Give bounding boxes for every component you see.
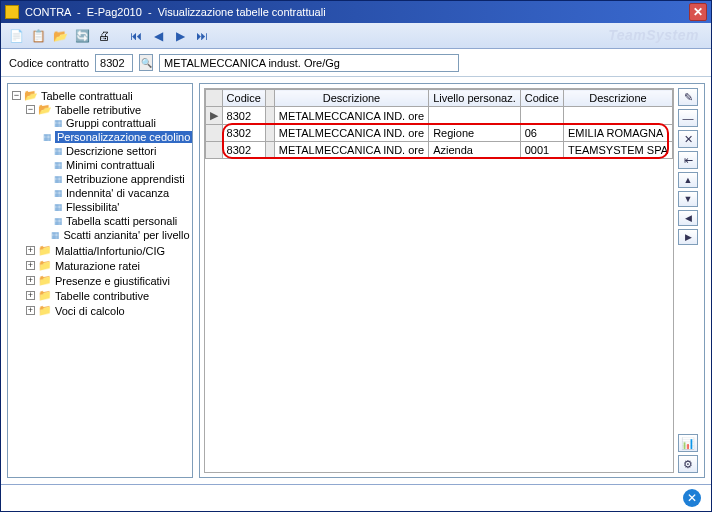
tree-closed-node[interactable]: +📁Tabelle contributive: [26, 289, 190, 302]
tree-node-label: Tabelle contributive: [55, 290, 149, 302]
doc-icon: ▦: [54, 160, 63, 170]
row-indicator-icon: ▶: [205, 107, 222, 125]
tree-retributive[interactable]: − 📂 Tabelle retributive: [26, 103, 190, 116]
doc-icon: ▦: [54, 188, 63, 198]
side-left-button[interactable]: ◀: [678, 210, 698, 226]
code-desc-input[interactable]: [159, 54, 459, 72]
nav-next-icon[interactable]: ▶: [171, 27, 189, 45]
cell[interactable]: 0001: [520, 142, 563, 159]
tree-leaf-label: Personalizzazione cedolino: [55, 131, 192, 143]
tree-leaf[interactable]: ▦Descrizione settori: [40, 145, 190, 157]
contracts-grid[interactable]: Codice Descrizione Livello personaz. Cod…: [205, 89, 673, 159]
side-export-button[interactable]: 📊: [678, 434, 698, 452]
nav-last-icon[interactable]: ⏭: [193, 27, 211, 45]
tree-node-label: Voci di calcolo: [55, 305, 125, 317]
side-clear-button[interactable]: —: [678, 109, 698, 127]
cell[interactable]: Azienda: [429, 142, 521, 159]
folder-closed-icon: 📁: [38, 244, 52, 257]
table-row[interactable]: ▶ 8302 METALMECCANICA IND. ore: [205, 107, 672, 125]
folder-closed-icon: 📁: [38, 289, 52, 302]
table-row[interactable]: 8302 METALMECCANICA IND. ore Azienda 000…: [205, 142, 672, 159]
cell[interactable]: EMILIA ROMAGNA: [563, 125, 672, 142]
tree-closed-node[interactable]: +📁Malattia/Infortunio/CIG: [26, 244, 190, 257]
cell[interactable]: [520, 107, 563, 125]
folder-closed-icon: 📁: [38, 304, 52, 317]
toolbar-refresh-icon[interactable]: 🔄: [73, 27, 91, 45]
nav-first-icon[interactable]: ⏮: [127, 27, 145, 45]
cell[interactable]: METALMECCANICA IND. ore: [274, 142, 428, 159]
cell[interactable]: 8302: [222, 142, 265, 159]
code-label: Codice contratto: [9, 57, 89, 69]
tree-closed-node[interactable]: +📁Voci di calcolo: [26, 304, 190, 317]
side-delete-button[interactable]: ✕: [678, 130, 698, 148]
tree-leaf[interactable]: ▦Tabella scatti personali: [40, 215, 190, 227]
cell[interactable]: [563, 107, 672, 125]
tree-leaf-label: Indennita' di vacanza: [66, 187, 169, 199]
grid-header-row: Codice Descrizione Livello personaz. Cod…: [205, 90, 672, 107]
expand-icon[interactable]: +: [26, 276, 35, 285]
brand-label: TeamSystem: [608, 27, 699, 43]
tree-leaf[interactable]: ▦Retribuzione apprendisti: [40, 173, 190, 185]
cell[interactable]: 06: [520, 125, 563, 142]
tree-leaf-label: Minimi contrattuali: [66, 159, 155, 171]
tree-node-label: Malattia/Infortunio/CIG: [55, 245, 165, 257]
code-lookup-button[interactable]: 🔍: [139, 54, 153, 71]
app-icon: [5, 5, 19, 19]
code-input[interactable]: [95, 54, 133, 72]
doc-icon: ▦: [54, 118, 63, 128]
tree-node-label: Presenze e giustificativi: [55, 275, 170, 287]
window-title: CONTRA - E-Pag2010 - Visualizzazione tab…: [25, 6, 326, 18]
tree-leaf-label: Tabella scatti personali: [66, 215, 177, 227]
expand-icon[interactable]: +: [26, 246, 35, 255]
cell[interactable]: 8302: [222, 125, 265, 142]
tree-leaf[interactable]: ▦Scatti anzianita' per livello: [40, 229, 190, 241]
side-edit-button[interactable]: ✎: [678, 88, 698, 106]
tree-leaf-label: Scatti anzianita' per livello: [63, 229, 189, 241]
expand-icon[interactable]: +: [26, 291, 35, 300]
tree-root-label: Tabelle contrattuali: [41, 90, 133, 102]
grid-header[interactable]: Descrizione: [274, 90, 428, 107]
toolbar-paste-icon[interactable]: 📋: [29, 27, 47, 45]
folder-open-icon: 📂: [38, 103, 52, 116]
table-row[interactable]: 8302 METALMECCANICA IND. ore Regione 06 …: [205, 125, 672, 142]
tree-leaf[interactable]: ▦Flessibilita': [40, 201, 190, 213]
doc-icon: ▦: [54, 174, 63, 184]
cell[interactable]: METALMECCANICA IND. ore: [274, 107, 428, 125]
tree-leaf[interactable]: ▦Gruppi contrattuali: [40, 117, 190, 129]
tree-leaf[interactable]: ▦Minimi contrattuali: [40, 159, 190, 171]
cell[interactable]: [429, 107, 521, 125]
side-options-button[interactable]: ⚙: [678, 455, 698, 473]
collapse-icon[interactable]: −: [26, 105, 35, 114]
collapse-icon[interactable]: −: [12, 91, 21, 100]
close-button[interactable]: ✕: [689, 3, 707, 21]
cell[interactable]: Regione: [429, 125, 521, 142]
side-down-button[interactable]: ▼: [678, 191, 698, 207]
tree-closed-node[interactable]: +📁Maturazione ratei: [26, 259, 190, 272]
expand-icon[interactable]: +: [26, 261, 35, 270]
doc-icon: ▦: [54, 202, 63, 212]
side-right-button[interactable]: ▶: [678, 229, 698, 245]
toolbar-print-icon[interactable]: 🖨: [95, 27, 113, 45]
tree-leaf[interactable]: ▦Indennita' di vacanza: [40, 187, 190, 199]
side-up-button[interactable]: ▲: [678, 172, 698, 188]
cell[interactable]: TEAMSYSTEM SPA: [563, 142, 672, 159]
tree-closed-node[interactable]: +📁Presenze e giustificativi: [26, 274, 190, 287]
toolbar: 📄 📋 📂 🔄 🖨 ⏮ ◀ ▶ ⏭ TeamSystem: [1, 23, 711, 49]
grid-header[interactable]: Livello personaz.: [429, 90, 521, 107]
tree-leaf-label: Flessibilita': [66, 201, 119, 213]
tree-leaf-selected[interactable]: ▦Personalizzazione cedolino: [40, 131, 190, 143]
status-close-button[interactable]: ✕: [683, 489, 701, 507]
grid-header[interactable]: Codice: [520, 90, 563, 107]
grid-header[interactable]: Codice: [222, 90, 265, 107]
grid-header[interactable]: Descrizione: [563, 90, 672, 107]
side-import-button[interactable]: ⇤: [678, 151, 698, 169]
toolbar-open-icon[interactable]: 📂: [51, 27, 69, 45]
toolbar-new-icon[interactable]: 📄: [7, 27, 25, 45]
grid-panel: Codice Descrizione Livello personaz. Cod…: [199, 83, 705, 478]
expand-icon[interactable]: +: [26, 306, 35, 315]
grid-sidebuttons: ✎ — ✕ ⇤ ▲ ▼ ◀ ▶ 📊 ⚙: [678, 88, 700, 473]
cell[interactable]: METALMECCANICA IND. ore: [274, 125, 428, 142]
tree-root[interactable]: − 📂 Tabelle contrattuali: [12, 89, 190, 102]
nav-prev-icon[interactable]: ◀: [149, 27, 167, 45]
cell[interactable]: 8302: [222, 107, 265, 125]
